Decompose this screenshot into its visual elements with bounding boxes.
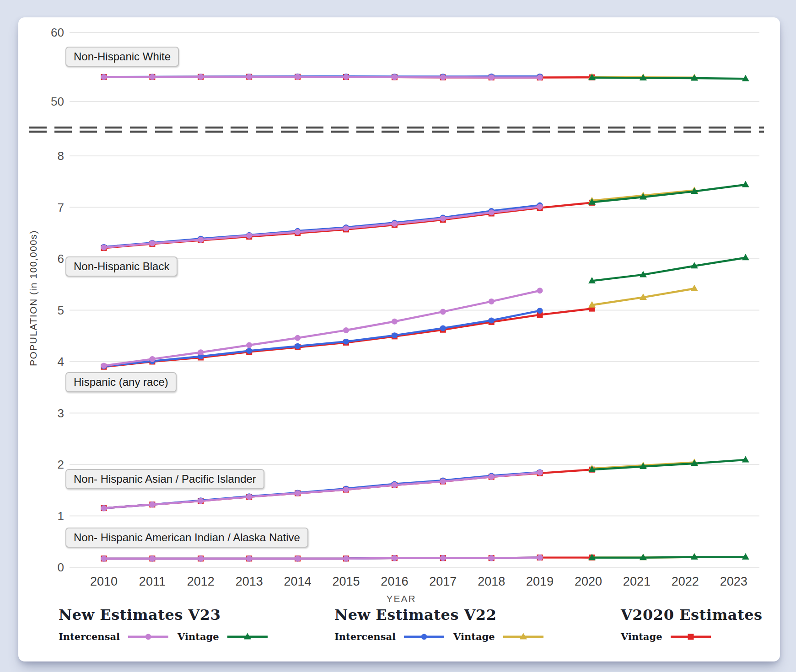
legend-group-v2020: V2020 Estimates Vintage [621, 606, 796, 642]
legend-swatch-v23-intercensal-icon [127, 631, 169, 642]
legend-row-v2020: Vintage [621, 631, 796, 642]
legend-row-v22: Intercensal Vintage [334, 631, 618, 642]
page: { "page": { "background": "#dbe1ee", "ca… [0, 0, 796, 672]
legend-item-v23-intercensal: Intercensal [59, 631, 169, 642]
data-point-circle [145, 634, 151, 640]
chart-card [18, 17, 780, 661]
legend-label-v2020-vintage: Vintage [621, 631, 662, 642]
legend-swatch-v23-vintage-icon [226, 631, 269, 642]
legend-item-v22-intercensal: Intercensal [334, 631, 445, 642]
legend-label-v22-vintage: Vintage [453, 631, 495, 642]
legend-group-v22: New Estimates V22 Intercensal Vintage [334, 606, 618, 642]
legend-swatch-v2020-vintage-icon [670, 631, 712, 642]
data-point-square [688, 634, 694, 640]
legend-label-v23-intercensal: Intercensal [59, 631, 120, 642]
legend-swatch-v22-intercensal-icon [403, 631, 445, 642]
series-label-american-indian-alaska-native: Non- Hispanic American Indian / Alaska N… [65, 528, 308, 548]
series-label-hispanic-any-race: Hispanic (any race) [65, 372, 177, 392]
legend-group-v23: New Estimates V23 Intercensal Vintage [59, 606, 342, 642]
legend-item-v22-vintage: Vintage [453, 631, 544, 642]
legend-label-v22-intercensal: Intercensal [334, 631, 396, 642]
legend-item-v23-vintage: Vintage [177, 631, 269, 642]
legend-item-v2020-vintage: Vintage [621, 631, 712, 642]
legend-title-v22: New Estimates V22 [334, 606, 618, 624]
data-point-circle [421, 634, 427, 640]
series-label-non-hispanic-black: Non-Hispanic Black [65, 256, 177, 277]
series-label-asian-pacific-islander: Non- Hispanic Asian / Pacific Islander [65, 469, 264, 489]
series-label-non-hispanic-white: Non-Hispanic White [65, 47, 179, 67]
legend-label-v23-vintage: Vintage [177, 631, 219, 642]
legend-swatch-v22-vintage-icon [502, 631, 544, 642]
legend-title-v23: New Estimates V23 [59, 606, 342, 624]
legend-title-v2020: V2020 Estimates [621, 606, 796, 624]
legend-row-v23: Intercensal Vintage [59, 631, 342, 642]
